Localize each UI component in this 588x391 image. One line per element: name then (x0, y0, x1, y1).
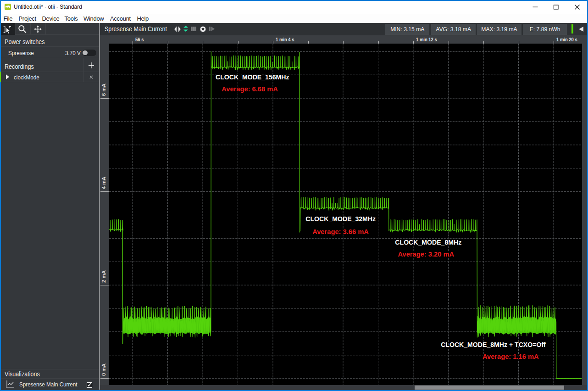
svg-text:CLOCK_MODE_8MHz: CLOCK_MODE_8MHz (395, 239, 461, 246)
svg-text:CLOCK_MODE_8MHz + TCXO=Off: CLOCK_MODE_8MHz + TCXO=Off (441, 341, 546, 348)
svg-text:Average: 1.16 mA: Average: 1.16 mA (483, 353, 539, 360)
svg-text:CLOCK_MODE_156MHz: CLOCK_MODE_156MHz (216, 73, 289, 80)
svg-text:Average: 3.20 mA: Average: 3.20 mA (398, 250, 454, 257)
svg-text:CLOCK_MODE_32MHz: CLOCK_MODE_32MHz (305, 215, 376, 223)
svg-text:Average: 3.66 mA: Average: 3.66 mA (312, 228, 369, 235)
svg-text:Average: 6.68 mA: Average: 6.68 mA (222, 85, 278, 93)
